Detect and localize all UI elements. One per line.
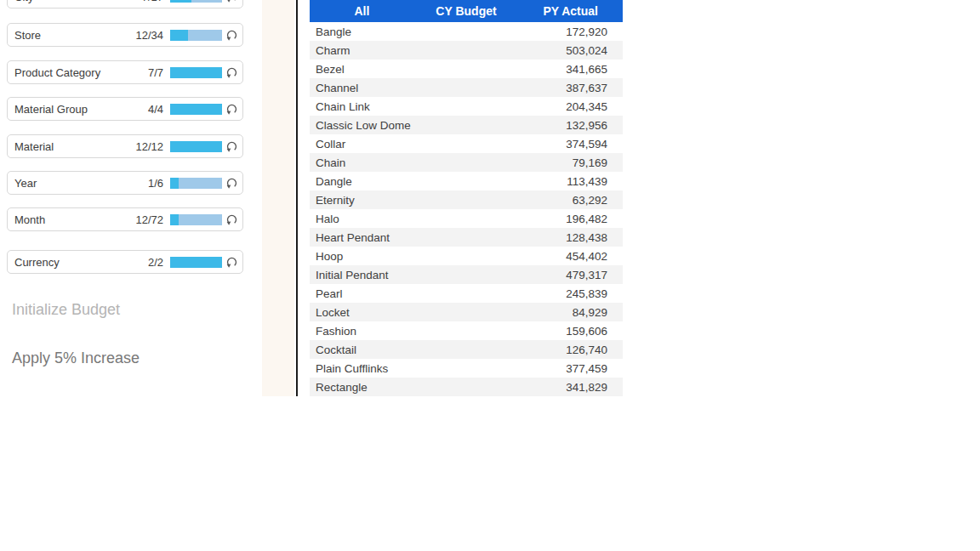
py-actual-cell: 172,920 [488, 26, 623, 38]
product-name-cell: Charm [310, 44, 488, 57]
slicer-progress-bar [170, 257, 222, 268]
slicer-selection-count: 12/12 [135, 140, 163, 153]
table-row[interactable]: Eternity 63,292 [310, 190, 623, 209]
slicer-progress-fill [170, 30, 188, 41]
reset-icon[interactable] [222, 139, 241, 153]
slicer-label: Year [8, 177, 148, 190]
table-row[interactable]: Pearl 245,839 [310, 284, 623, 303]
table-row[interactable]: Chain 79,169 [310, 153, 623, 172]
slicer-progress-bar [170, 178, 222, 189]
product-name-cell: Pearl [310, 287, 488, 300]
slicer-selection-count: 4/4 [148, 103, 163, 116]
slicer-selection-count: 1/6 [148, 177, 163, 190]
slicer-progress-fill [170, 257, 222, 268]
product-name-cell: Bangle [310, 26, 488, 38]
matrix-header-row: AllCY BudgetPY Actual [310, 0, 623, 22]
py-actual-cell: 454,402 [488, 250, 623, 263]
table-row[interactable]: Classic Low Dome 132,956 [310, 116, 623, 134]
table-row[interactable]: Charm 503,024 [310, 41, 623, 60]
py-actual-cell: 479,317 [488, 269, 623, 281]
slicer-selection-count: 12/72 [135, 213, 163, 226]
table-row[interactable]: Fashion 159,606 [310, 321, 623, 340]
table-row[interactable]: Collar 374,594 [310, 134, 623, 153]
table-row[interactable]: Heart Pendant 128,438 [310, 228, 623, 247]
table-row[interactable]: Locket 84,929 [310, 303, 623, 321]
py-actual-cell: 113,439 [488, 175, 623, 188]
table-row[interactable]: Halo 196,482 [310, 209, 623, 228]
reset-icon[interactable] [222, 213, 241, 226]
column-header-cy-budget[interactable]: CY Budget [414, 0, 519, 22]
table-row[interactable]: Channel 387,637 [310, 78, 623, 97]
table-row[interactable]: Hoop 454,402 [310, 247, 623, 265]
py-actual-cell: 341,665 [488, 63, 623, 76]
slicer-card-material-group[interactable]: Material Group 4/4 [7, 97, 243, 121]
slicer-label: Store [8, 29, 135, 42]
slicer-label: Currency [8, 256, 148, 269]
py-actual-cell: 245,839 [488, 287, 623, 300]
py-actual-cell: 374,594 [488, 138, 623, 151]
panel-gap-strip [262, 0, 294, 396]
slicer-card-product-category[interactable]: Product Category 7/7 [7, 60, 243, 84]
slicer-panel: City 7/17 Store 12/34 Product Category 7… [0, 0, 262, 551]
py-actual-cell: 196,482 [488, 213, 623, 225]
table-row[interactable]: Bangle 172,920 [310, 22, 623, 41]
slicer-selection-count: 12/34 [135, 29, 163, 42]
reset-icon[interactable] [222, 28, 241, 42]
slicer-selection-count: 7/7 [148, 66, 163, 79]
table-row[interactable]: Dangle 113,439 [310, 172, 623, 190]
column-header-py-actual[interactable]: PY Actual [518, 0, 623, 22]
reset-icon[interactable] [222, 65, 241, 79]
py-actual-cell: 159,606 [488, 325, 623, 338]
product-name-cell: Chain Link [310, 100, 488, 113]
vertical-divider [296, 0, 298, 396]
slicer-card-city[interactable]: City 7/17 [7, 0, 243, 9]
report-canvas: { "slicers": { "items": [ {"label": "Cit… [0, 0, 980, 551]
table-row[interactable]: Bezel 341,665 [310, 60, 623, 78]
slicer-progress-fill [170, 104, 222, 115]
slicer-label: Month [8, 213, 135, 226]
slicer-card-material[interactable]: Material 12/12 [7, 134, 243, 158]
slicer-card-year[interactable]: Year 1/6 [7, 171, 243, 195]
slicer-label: City [8, 0, 142, 3]
column-header-all[interactable]: All [310, 0, 414, 22]
slicer-label: Material Group [8, 103, 148, 116]
py-actual-cell: 387,637 [488, 82, 623, 94]
product-name-cell: Collar [310, 138, 488, 151]
reset-icon[interactable] [222, 0, 241, 3]
table-row[interactable]: Plain Cufflinks 377,459 [310, 359, 623, 378]
reset-icon[interactable] [222, 255, 241, 269]
product-name-cell: Initial Pendant [310, 269, 488, 281]
slicer-label: Material [8, 140, 135, 153]
py-actual-cell: 132,956 [488, 119, 623, 132]
product-name-cell: Bezel [310, 63, 488, 76]
table-row[interactable]: Chain Link 204,345 [310, 97, 623, 116]
slicer-card-currency[interactable]: Currency 2/2 [7, 250, 243, 274]
reset-icon[interactable] [222, 176, 241, 190]
product-name-cell: Dangle [310, 175, 488, 188]
product-name-cell: Channel [310, 82, 488, 94]
apply-increase-button[interactable]: Apply 5% Increase [12, 349, 140, 367]
reset-icon[interactable] [222, 102, 241, 116]
slicer-card-month[interactable]: Month 12/72 [7, 207, 243, 231]
table-row[interactable]: Rectangle 341,829 [310, 378, 623, 396]
py-actual-cell: 126,740 [488, 344, 623, 356]
initialize-budget-button[interactable]: Initialize Budget [12, 301, 120, 319]
slicer-label: Product Category [8, 66, 148, 79]
slicer-progress-bar [170, 141, 222, 152]
slicer-selection-count: 2/2 [148, 256, 163, 269]
slicer-progress-bar [170, 104, 222, 115]
py-actual-cell: 79,169 [488, 156, 623, 169]
slicer-progress-fill [170, 214, 179, 225]
table-row[interactable]: Cocktail 126,740 [310, 340, 623, 359]
product-name-cell: Plain Cufflinks [310, 362, 488, 375]
slicer-progress-bar [170, 214, 222, 225]
py-actual-cell: 377,459 [488, 362, 623, 375]
slicer-progress-bar [170, 67, 222, 78]
py-actual-cell: 204,345 [488, 100, 623, 113]
product-name-cell: Rectangle [310, 381, 488, 394]
slicer-selection-count: 7/17 [142, 0, 163, 3]
product-name-cell: Fashion [310, 325, 488, 338]
py-actual-cell: 341,829 [488, 381, 623, 394]
slicer-card-store[interactable]: Store 12/34 [7, 23, 243, 47]
table-row[interactable]: Initial Pendant 479,317 [310, 265, 623, 284]
